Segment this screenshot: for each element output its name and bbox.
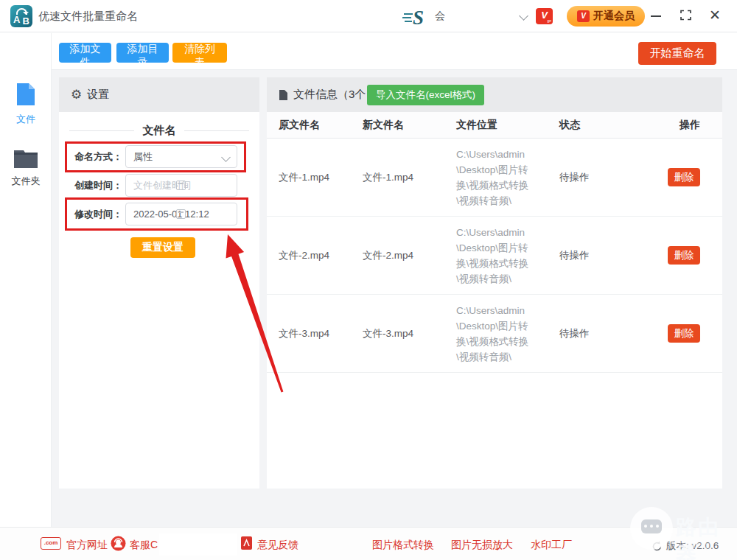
version-label: 版本: v2.0.6	[666, 539, 719, 553]
col-location: 文件位置	[456, 119, 559, 132]
create-time-label: 创建时间：	[59, 179, 122, 192]
table-row: 文件-3.mp4 文件-3.mp4 C:\Users\admin\Desktop…	[267, 295, 722, 373]
version-area: 版本: v2.0.6	[652, 539, 719, 553]
app-logo-icon: A B	[10, 5, 32, 27]
app-title: 优速文件批量重命名	[38, 10, 138, 24]
file-info-header: 文件信息（3个） 导入文件名(excel格式)	[267, 77, 722, 112]
watermark-factory-link[interactable]: 水印工厂	[531, 539, 572, 552]
old-name: 文件-3.mp4	[279, 327, 363, 340]
file-icon	[15, 82, 37, 107]
col-old-name: 原文件名	[279, 119, 363, 132]
vip-icon: V IP	[536, 8, 553, 24]
footer-bar: .com 官方网址 客服C 意见反馈 图片格式转换 图片无损放大 水印工厂 版本…	[0, 527, 737, 560]
create-time-row: 创建时间：	[59, 174, 259, 197]
speed-s-icon: S	[402, 6, 430, 31]
settings-title: 设置	[87, 88, 109, 102]
modify-time-label: 修改时间：	[59, 208, 122, 221]
add-file-button[interactable]: 添加文件	[59, 43, 111, 63]
sidebar-item-file[interactable]: 文件	[0, 82, 52, 126]
status-text: 待操作	[559, 249, 656, 262]
official-site-link[interactable]: 官方网址	[66, 539, 108, 552]
chevron-down-icon[interactable]	[519, 11, 528, 21]
naming-method-label: 命名方式：	[59, 150, 122, 164]
delete-button[interactable]: 删除	[668, 168, 700, 186]
upgrade-vip-button[interactable]: V 开通会员	[567, 6, 645, 27]
title-bar: A B 优速文件批量重命名 S 会 V IP V 开通会员 ✕	[0, 0, 737, 32]
maximize-button[interactable]	[680, 10, 691, 24]
sidebar-item-folder[interactable]: 文件夹	[0, 149, 52, 188]
folder-icon	[13, 149, 38, 169]
refresh-icon[interactable]	[652, 541, 663, 552]
clear-list-button[interactable]: 清除列表	[172, 43, 227, 63]
table-header: 原文件名 新文件名 文件位置 状态 操作	[267, 112, 722, 139]
status-text: 待操作	[559, 327, 656, 340]
image-convert-link[interactable]: 图片格式转换	[372, 539, 434, 552]
image-enlarge-link[interactable]: 图片无损放大	[451, 539, 513, 552]
toolbar: 添加文件 添加目录 清除列表 开始重命名	[52, 33, 737, 70]
file-path: C:\Users\admin\Desktop\图片转换\视频格式转换\视频转音频…	[456, 225, 533, 287]
gear-icon: ⚙	[71, 88, 82, 101]
file-path: C:\Users\admin\Desktop\图片转换\视频格式转换\视频转音频…	[456, 147, 533, 209]
sidebar: 文件 文件夹	[0, 33, 52, 527]
user-name: 会	[435, 10, 445, 23]
table-row: 文件-2.mp4 文件-2.mp4 C:\Users\admin\Desktop…	[267, 217, 722, 295]
modify-time-row: 修改时间：	[59, 203, 259, 225]
file-info-title: 文件信息（3个）	[293, 88, 377, 102]
close-button[interactable]: ✕	[709, 7, 721, 24]
rename-arrow-icon	[16, 8, 27, 15]
filename-section-title: 文件名	[59, 124, 259, 138]
minimize-button[interactable]	[651, 15, 661, 17]
import-excel-button[interactable]: 导入文件名(excel格式)	[367, 85, 484, 105]
file-path: C:\Users\admin\Desktop\图片转换\视频格式转换\视频转音频…	[456, 303, 533, 365]
status-text: 待操作	[559, 171, 656, 184]
settings-panel: ⚙ 设置 文件名 命名方式： 属性 创建时间： 修改时间： 重置设置	[59, 77, 259, 489]
delete-button[interactable]: 删除	[668, 246, 700, 265]
svg-text:S: S	[413, 7, 424, 28]
website-icon[interactable]: .com	[41, 537, 61, 550]
file-info-icon	[279, 89, 288, 101]
old-name: 文件-2.mp4	[279, 249, 363, 262]
new-name: 文件-2.mp4	[363, 249, 456, 262]
naming-method-select[interactable]: 属性	[125, 145, 237, 168]
settings-panel-header: ⚙ 设置	[59, 77, 259, 112]
feedback-link[interactable]: 意见反馈	[257, 539, 298, 552]
new-name: 文件-3.mp4	[363, 327, 456, 340]
customer-service-icon	[111, 536, 126, 551]
file-info-panel: 文件信息（3个） 导入文件名(excel格式) 原文件名 新文件名 文件位置 状…	[267, 77, 722, 489]
table-row: 文件-1.mp4 文件-1.mp4 C:\Users\admin\Desktop…	[267, 139, 722, 217]
calendar-icon[interactable]	[176, 209, 186, 219]
privacy-cover	[159, 533, 237, 556]
calendar-icon[interactable]	[176, 181, 186, 190]
vip-mini-icon: V	[577, 10, 590, 22]
customer-service-link[interactable]: 客服C	[130, 539, 158, 552]
naming-method-row: 命名方式： 属性	[59, 145, 259, 168]
reset-settings-button[interactable]: 重置设置	[130, 237, 195, 258]
select-chevron-icon	[221, 153, 231, 162]
new-name: 文件-1.mp4	[363, 171, 456, 184]
delete-button[interactable]: 删除	[668, 324, 700, 343]
col-action: 操作	[656, 119, 700, 132]
add-directory-button[interactable]: 添加目录	[116, 43, 169, 63]
old-name: 文件-1.mp4	[279, 171, 363, 184]
col-new-name: 新文件名	[363, 119, 456, 132]
feedback-icon	[241, 536, 253, 550]
col-status: 状态	[559, 119, 656, 132]
start-rename-button[interactable]: 开始重命名	[638, 42, 716, 65]
